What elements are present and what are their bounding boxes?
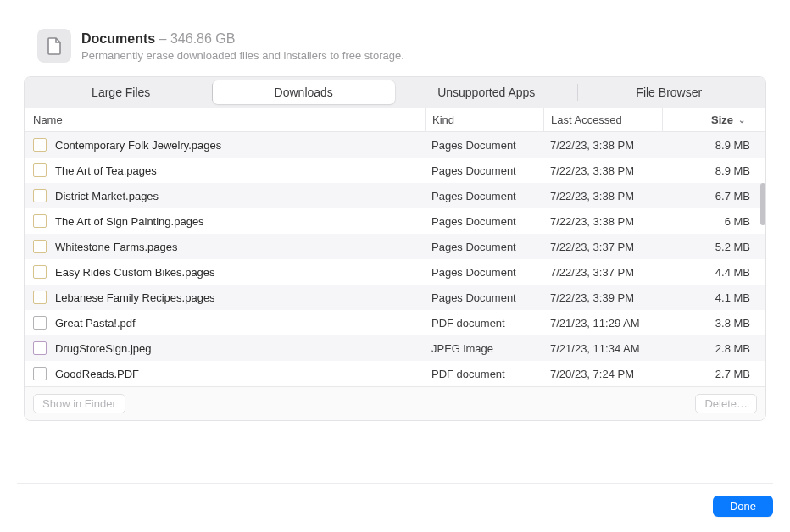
scrollbar-thumb[interactable] (760, 183, 765, 225)
cell-size: 2.7 MB (662, 368, 765, 380)
cell-name: Easy Rides Custom Bikes.pages (25, 265, 425, 279)
cell-kind: Pages Document (425, 215, 543, 228)
table-row[interactable]: DrugStoreSign.jpegJPEG image7/21/23, 11:… (25, 335, 765, 361)
cell-date: 7/22/23, 3:37 PM (543, 241, 662, 253)
cell-name: Whitestone Farms.pages (25, 240, 425, 253)
cell-date: 7/22/23, 3:39 PM (543, 291, 662, 304)
table-row[interactable]: Lebanese Family Recipes.pagesPages Docum… (25, 285, 765, 310)
pages-file-icon (33, 240, 47, 253)
pages-file-icon (33, 189, 47, 202)
table-row[interactable]: District Market.pagesPages Document7/22/… (25, 183, 765, 208)
cell-kind: Pages Document (425, 190, 543, 202)
window-footer: Done (17, 483, 773, 517)
cell-name: GoodReads.PDF (25, 367, 425, 380)
file-name: DrugStoreSign.jpeg (55, 342, 151, 355)
header-subtitle: Permanently erase downloaded files and i… (81, 49, 404, 62)
pages-file-icon (33, 291, 47, 304)
cell-kind: Pages Document (425, 241, 543, 253)
cell-kind: PDF document (425, 368, 543, 380)
header-title: Documents (81, 31, 155, 46)
file-name: Great Pasta!.pdf (55, 317, 136, 330)
header-title-line: Documents – 346.86 GB (81, 30, 404, 47)
file-name: District Market.pages (55, 190, 159, 202)
cell-kind: Pages Document (425, 139, 543, 152)
pages-file-icon (33, 163, 47, 177)
delete-button[interactable]: Delete… (695, 394, 757, 413)
column-size-label: Size (711, 114, 733, 126)
panel-footer: Show in Finder Delete… (25, 386, 765, 420)
tab-large-files[interactable]: Large Files (30, 80, 213, 104)
tab-downloads[interactable]: Downloads (213, 80, 396, 104)
cell-kind: JPEG image (425, 342, 543, 355)
pdf-file-icon (33, 316, 47, 330)
cell-size: 4.1 MB (662, 291, 765, 304)
main-panel: Large Files Downloads Unsupported Apps F… (24, 76, 766, 421)
cell-name: Lebanese Family Recipes.pages (25, 291, 425, 304)
cell-size: 3.8 MB (662, 317, 765, 330)
cell-date: 7/21/23, 11:34 AM (543, 342, 662, 355)
column-size[interactable]: Size ⌄ (662, 108, 765, 131)
table-row[interactable]: The Art of Tea.pagesPages Document7/22/2… (25, 158, 765, 183)
header-sep: – (159, 31, 167, 46)
cell-name: DrugStoreSign.jpeg (25, 341, 425, 355)
file-name: Lebanese Family Recipes.pages (55, 291, 215, 304)
cell-name: The Art of Sign Painting.pages (25, 214, 425, 228)
cell-kind: PDF document (425, 317, 543, 330)
cell-date: 7/20/23, 7:24 PM (543, 368, 662, 380)
cell-size: 5.2 MB (662, 241, 765, 253)
cell-kind: Pages Document (425, 266, 543, 279)
tab-unsupported-apps[interactable]: Unsupported Apps (395, 80, 578, 104)
cell-date: 7/22/23, 3:38 PM (543, 190, 662, 202)
pdf-file-icon (33, 367, 47, 380)
file-name: GoodReads.PDF (55, 368, 139, 380)
segmented-tabs: Large Files Downloads Unsupported Apps F… (25, 77, 765, 108)
cell-size: 8.9 MB (662, 164, 765, 177)
storage-documents-window: Documents – 346.86 GB Permanently erase … (0, 0, 790, 532)
cell-name: The Art of Tea.pages (25, 163, 425, 177)
cell-date: 7/22/23, 3:38 PM (543, 139, 662, 152)
cell-date: 7/22/23, 3:38 PM (543, 164, 662, 177)
header-size: 346.86 GB (170, 31, 236, 46)
cell-name: Contemporary Folk Jewelry.pages (25, 138, 425, 152)
cell-date: 7/22/23, 3:38 PM (543, 215, 662, 228)
cell-date: 7/21/23, 11:29 AM (543, 317, 662, 330)
cell-date: 7/22/23, 3:37 PM (543, 266, 662, 279)
file-list[interactable]: Contemporary Folk Jewelry.pagesPages Doc… (25, 132, 765, 386)
chevron-down-icon: ⌄ (738, 115, 745, 125)
cell-size: 6 MB (662, 215, 765, 228)
table-row[interactable]: The Art of Sign Painting.pagesPages Docu… (25, 208, 765, 234)
header: Documents – 346.86 GB Permanently erase … (17, 15, 773, 76)
table-row[interactable]: Contemporary Folk Jewelry.pagesPages Doc… (25, 132, 765, 158)
table-row[interactable]: Whitestone Farms.pagesPages Document7/22… (25, 234, 765, 259)
done-button[interactable]: Done (713, 496, 773, 517)
show-in-finder-button[interactable]: Show in Finder (33, 394, 125, 413)
file-name: The Art of Tea.pages (55, 164, 157, 177)
column-headers: Name Kind Last Accessed Size ⌄ (25, 108, 765, 132)
table-row[interactable]: Easy Rides Custom Bikes.pagesPages Docum… (25, 259, 765, 285)
cell-kind: Pages Document (425, 164, 543, 177)
cell-name: Great Pasta!.pdf (25, 316, 425, 330)
cell-size: 8.9 MB (662, 139, 765, 152)
file-name: Easy Rides Custom Bikes.pages (55, 266, 215, 279)
pages-file-icon (33, 138, 47, 152)
cell-name: District Market.pages (25, 189, 425, 202)
pages-file-icon (33, 265, 47, 279)
documents-icon (37, 29, 71, 63)
pages-file-icon (33, 214, 47, 228)
cell-size: 6.7 MB (662, 190, 765, 202)
file-name: The Art of Sign Painting.pages (55, 215, 204, 228)
cell-size: 4.4 MB (662, 266, 765, 279)
table-row[interactable]: Great Pasta!.pdfPDF document7/21/23, 11:… (25, 310, 765, 335)
column-last-accessed[interactable]: Last Accessed (543, 108, 662, 131)
file-name: Whitestone Farms.pages (55, 241, 178, 253)
table-row[interactable]: GoodReads.PDFPDF document7/20/23, 7:24 P… (25, 361, 765, 386)
column-name[interactable]: Name (25, 108, 425, 131)
file-name: Contemporary Folk Jewelry.pages (55, 139, 221, 152)
tab-file-browser[interactable]: File Browser (578, 80, 761, 104)
cell-kind: Pages Document (425, 291, 543, 304)
jpeg-file-icon (33, 341, 47, 355)
column-kind[interactable]: Kind (425, 108, 543, 131)
cell-size: 2.8 MB (662, 342, 765, 355)
